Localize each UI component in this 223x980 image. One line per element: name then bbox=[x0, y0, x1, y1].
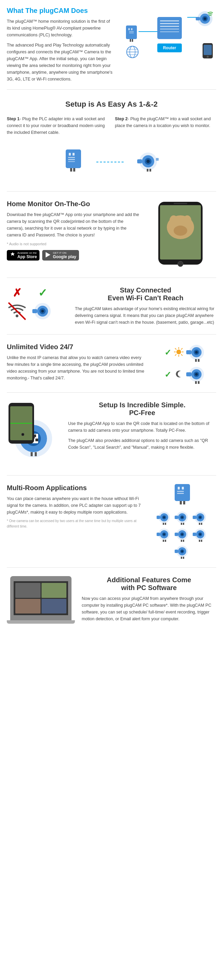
svg-rect-8 bbox=[160, 21, 179, 21]
screen-cell-3 bbox=[15, 599, 40, 614]
svg-rect-39 bbox=[156, 158, 159, 161]
svg-point-16 bbox=[204, 18, 206, 20]
svg-rect-30 bbox=[68, 159, 75, 160]
cam-grid-spacer bbox=[157, 544, 172, 559]
s1-title: What The plugCAM Does bbox=[7, 7, 114, 14]
svg-point-128 bbox=[163, 533, 165, 535]
s5-title: Unlimited Video 24/7 bbox=[7, 343, 148, 351]
s6-body1: Use the plugCAM App to scan the QR code … bbox=[68, 420, 216, 434]
svg-rect-29 bbox=[68, 157, 75, 158]
svg-line-66 bbox=[181, 348, 183, 350]
svg-rect-58 bbox=[32, 309, 37, 313]
svg-rect-109 bbox=[163, 523, 164, 525]
check-icon-day: ✓ bbox=[164, 348, 171, 357]
svg-rect-138 bbox=[183, 540, 184, 542]
svg-rect-103 bbox=[183, 501, 185, 504]
appstore-button[interactable]: Available on the App Store bbox=[7, 250, 40, 261]
camera-grid bbox=[157, 511, 208, 559]
svg-point-114 bbox=[181, 516, 183, 519]
cam-grid-1 bbox=[157, 511, 172, 525]
s1-diagram: Router bbox=[121, 7, 216, 61]
setup-camera-icon bbox=[137, 151, 159, 173]
svg-rect-31 bbox=[68, 161, 75, 162]
googleplay-button[interactable]: GET IT ON Google play bbox=[42, 250, 79, 261]
svg-rect-26 bbox=[66, 150, 81, 168]
svg-rect-7 bbox=[157, 17, 182, 39]
svg-rect-100 bbox=[177, 491, 184, 492]
s7-body: You can place cameras anywhere you want … bbox=[7, 495, 141, 515]
camera-connected-icon: ✓ bbox=[32, 286, 53, 321]
svg-rect-10 bbox=[160, 26, 179, 27]
conn-line-1 bbox=[139, 31, 157, 32]
svg-rect-27 bbox=[69, 153, 71, 156]
svg-point-149 bbox=[181, 550, 183, 552]
s5-body: Unlike the most IP cameras that allow yo… bbox=[7, 354, 148, 382]
sun-icon bbox=[174, 347, 183, 358]
day-camera-row: ✓ bbox=[164, 343, 207, 362]
svg-rect-5 bbox=[130, 39, 131, 42]
section-setup-easy: Setup is As Easy As 1-&-2 Step 1- Plug t… bbox=[0, 90, 223, 191]
svg-line-67 bbox=[175, 354, 176, 356]
svg-point-47 bbox=[170, 215, 178, 226]
camera-day-icon bbox=[186, 343, 207, 362]
wifi-blocked-icon: ✗ bbox=[7, 286, 27, 321]
svg-point-57 bbox=[41, 310, 44, 312]
laptop-screen-mockup bbox=[10, 576, 72, 620]
cam-grid-spacer2 bbox=[193, 544, 208, 559]
screen-cell-2 bbox=[42, 583, 67, 598]
camera-night-icon bbox=[186, 365, 207, 384]
section-setup-pcfree: Setup Is Incredible Simple. PC-Free Use … bbox=[0, 393, 223, 475]
svg-point-50 bbox=[178, 261, 183, 267]
step-1: Step 1- Plug the PLC adapter into a wall… bbox=[7, 116, 108, 136]
svg-point-107 bbox=[163, 516, 165, 519]
svg-rect-28 bbox=[72, 153, 75, 156]
check-icon-night: ✓ bbox=[164, 370, 171, 379]
setup-diagram bbox=[7, 143, 216, 181]
s7-plc-adapter bbox=[173, 484, 192, 507]
screen-cell-1 bbox=[15, 583, 40, 598]
s1-body2: The advanced Plug and Play Technology au… bbox=[7, 42, 114, 83]
s7-note: * One camera can be accessed by two user… bbox=[7, 519, 141, 529]
svg-point-96 bbox=[21, 433, 24, 436]
cam-grid-7 bbox=[175, 544, 190, 559]
svg-rect-12 bbox=[160, 31, 179, 32]
svg-point-59 bbox=[176, 350, 181, 354]
s4-icons-block: ✗ ✓ bbox=[7, 286, 68, 321]
s8-title: Additional Features Come with PC Softwar… bbox=[82, 576, 216, 592]
s4-text-block: Stay Connected Even Wi-Fi Can't Reach Th… bbox=[75, 286, 216, 326]
svg-rect-122 bbox=[193, 515, 196, 519]
svg-rect-0 bbox=[126, 25, 137, 39]
setup-conn-line bbox=[96, 162, 124, 162]
s6-phone-image bbox=[7, 401, 61, 467]
svg-rect-131 bbox=[165, 540, 166, 542]
section-multiroom: Multi-Room Applications You can place ca… bbox=[0, 476, 223, 567]
svg-rect-38 bbox=[137, 159, 142, 163]
svg-point-37 bbox=[146, 160, 150, 163]
svg-rect-4 bbox=[129, 33, 134, 33]
s8-text-block: Additional Features Come with PC Softwar… bbox=[82, 576, 216, 622]
svg-rect-98 bbox=[178, 487, 180, 490]
cam-grid-6 bbox=[193, 528, 208, 542]
svg-rect-117 bbox=[183, 523, 184, 525]
svg-rect-33 bbox=[73, 168, 75, 172]
section-unlimited-video: Unlimited Video 24/7 Unlike the most IP … bbox=[0, 335, 223, 392]
s1-text-block: What The plugCAM Does The plugCAM™ home … bbox=[7, 7, 114, 83]
router-box: Router bbox=[157, 17, 182, 52]
svg-rect-91 bbox=[30, 452, 33, 456]
svg-rect-80 bbox=[195, 381, 197, 384]
svg-point-25 bbox=[207, 56, 209, 58]
svg-rect-97 bbox=[175, 484, 190, 501]
svg-rect-9 bbox=[160, 23, 179, 24]
svg-rect-136 bbox=[175, 533, 178, 536]
smartphone-icon bbox=[202, 43, 213, 59]
s2-title: Setup is As Easy As 1-&-2 bbox=[7, 100, 216, 109]
section-pc-software: Additional Features Come with PC Softwar… bbox=[0, 568, 223, 632]
s1-body1: The plugCAM™ home monitoring solution is… bbox=[7, 18, 114, 38]
svg-line-65 bbox=[181, 354, 183, 356]
svg-rect-51 bbox=[173, 203, 187, 204]
svg-rect-108 bbox=[157, 515, 160, 519]
svg-rect-81 bbox=[198, 381, 199, 384]
s7-title: Multi-Room Applications bbox=[7, 484, 141, 492]
s6-title: Setup Is Incredible Simple. PC-Free bbox=[68, 401, 216, 417]
section-stay-connected: ✗ ✓ Stay Connected Even bbox=[0, 278, 223, 334]
